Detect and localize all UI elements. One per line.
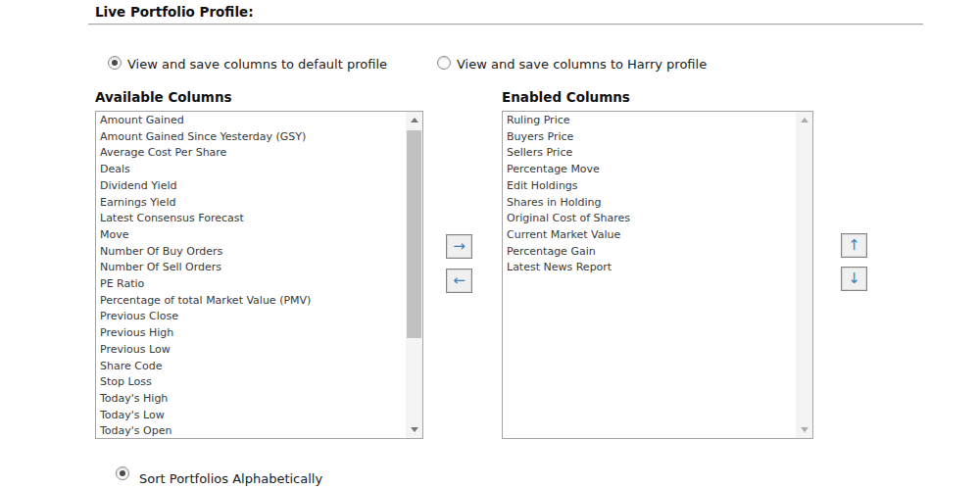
available-columns-listbox[interactable]: Amount GainedAmount Gained Since Yesterd… xyxy=(95,111,423,439)
default-profile-radio[interactable] xyxy=(108,56,122,70)
scroll-down-button[interactable] xyxy=(406,421,422,438)
available-columns-header: Available Columns xyxy=(95,89,232,105)
available-column-option[interactable]: Previous High xyxy=(96,325,406,342)
page-title: Live Portfolio Profile: xyxy=(95,4,254,20)
sort-alphabetically-label: Sort Portfolios Alphabetically xyxy=(139,471,322,486)
enabled-column-option[interactable]: Latest News Report xyxy=(503,260,796,276)
available-columns-list: Amount GainedAmount Gained Since Yesterd… xyxy=(96,113,406,438)
scroll-down-icon xyxy=(411,427,418,432)
move-down-button[interactable]: ↓ xyxy=(841,267,867,291)
enabled-column-option[interactable]: Original Cost of Shares xyxy=(503,211,796,227)
enabled-column-option[interactable]: Sellers Price xyxy=(503,145,796,162)
scroll-down-button[interactable] xyxy=(796,421,812,438)
available-column-option[interactable]: PE Ratio xyxy=(96,276,406,293)
available-column-option[interactable]: Number Of Buy Orders xyxy=(96,244,406,261)
move-up-button[interactable]: ↑ xyxy=(841,233,867,258)
scrollbar-thumb[interactable] xyxy=(407,130,421,338)
available-column-option[interactable]: Previous Close xyxy=(96,309,406,325)
enabled-column-option[interactable]: Percentage Move xyxy=(503,162,796,178)
scroll-down-icon xyxy=(801,427,808,432)
available-column-option[interactable]: Amount Gained Since Yesterday (GSY) xyxy=(96,129,406,146)
enabled-columns-listbox[interactable]: Ruling PriceBuyers PriceSellers PricePer… xyxy=(502,111,813,439)
title-divider xyxy=(88,24,923,25)
available-column-option[interactable]: Move xyxy=(96,227,406,244)
enabled-column-option[interactable]: Edit Holdings xyxy=(503,178,796,195)
available-column-option[interactable]: Previous Low xyxy=(96,342,406,359)
move-to-available-button[interactable]: ← xyxy=(446,269,472,293)
scroll-up-button[interactable] xyxy=(796,112,812,128)
available-column-option[interactable]: Stop Loss xyxy=(96,374,406,391)
available-column-option[interactable]: Today's Low xyxy=(96,408,406,424)
available-column-option[interactable]: Deals xyxy=(96,162,406,178)
enabled-column-option[interactable]: Current Market Value xyxy=(503,227,796,244)
enabled-column-option[interactable]: Ruling Price xyxy=(503,113,796,129)
available-column-option[interactable]: Today's High xyxy=(96,391,406,408)
available-scrollbar[interactable] xyxy=(406,112,422,438)
harry-profile-radio[interactable] xyxy=(437,56,451,70)
enabled-column-option[interactable]: Percentage Gain xyxy=(503,244,796,261)
scroll-up-icon xyxy=(801,118,808,122)
move-to-enabled-button[interactable]: → xyxy=(446,234,472,259)
default-profile-label: View and save columns to default profile xyxy=(127,57,387,72)
enabled-scrollbar[interactable] xyxy=(796,112,812,438)
available-column-option[interactable]: Today's Open xyxy=(96,423,406,438)
available-column-option[interactable]: Dividend Yield xyxy=(96,178,406,195)
available-column-option[interactable]: Amount Gained xyxy=(96,113,406,129)
scroll-up-button[interactable] xyxy=(406,112,422,128)
enabled-column-option[interactable]: Shares in Holding xyxy=(503,195,796,212)
enabled-columns-header: Enabled Columns xyxy=(502,89,630,105)
available-column-option[interactable]: Number Of Sell Orders xyxy=(96,260,406,276)
available-column-option[interactable]: Average Cost Per Share xyxy=(96,145,406,162)
available-column-option[interactable]: Percentage of total Market Value (PMV) xyxy=(96,293,406,310)
harry-profile-label: View and save columns to Harry profile xyxy=(457,57,707,72)
available-column-option[interactable]: Earnings Yield xyxy=(96,195,406,212)
available-column-option[interactable]: Share Code xyxy=(96,359,406,375)
scroll-up-icon xyxy=(411,118,418,122)
sort-alphabetically-radio[interactable] xyxy=(116,466,129,480)
available-column-option[interactable]: Latest Consensus Forecast xyxy=(96,211,406,227)
enabled-column-option[interactable]: Buyers Price xyxy=(503,129,796,146)
enabled-columns-list: Ruling PriceBuyers PriceSellers PricePer… xyxy=(503,113,796,438)
